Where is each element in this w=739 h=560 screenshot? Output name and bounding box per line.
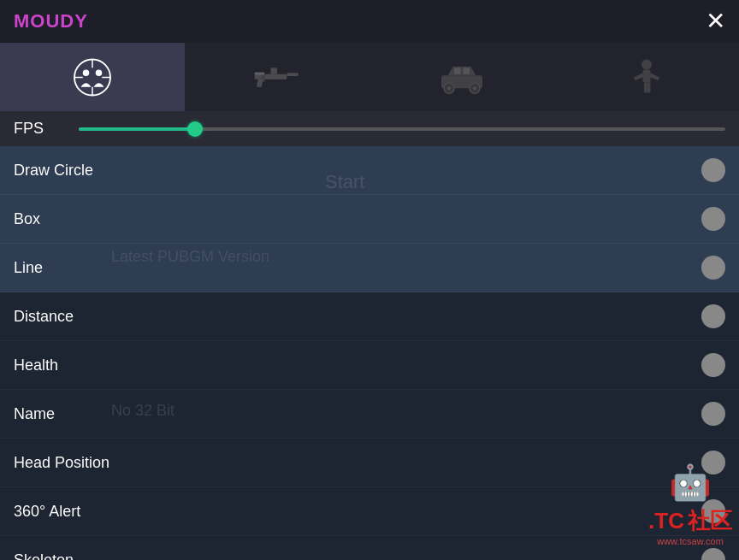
svg-rect-11: [255, 72, 264, 74]
setting-row-360-alert: 360° Alert: [0, 487, 739, 536]
toggle-head-position[interactable]: [701, 451, 725, 475]
tab-more[interactable]: [554, 43, 739, 111]
setting-label-health: Health: [14, 357, 58, 374]
toggle-line[interactable]: [701, 256, 725, 280]
setting-row-box: Box: [0, 195, 739, 244]
setting-label-head-position: Head Position: [14, 454, 109, 472]
fps-label: FPS: [14, 120, 65, 138]
svg-point-5: [83, 69, 90, 76]
fps-row: FPS: [0, 111, 739, 146]
main-panel: MOUDY ✕: [0, 0, 739, 560]
toggle-box[interactable]: [701, 207, 725, 231]
setting-label-box: Box: [14, 210, 40, 228]
svg-rect-13: [454, 68, 461, 74]
setting-label-skeleton: Skeleton: [14, 551, 74, 561]
players-icon: [67, 54, 118, 101]
svg-rect-8: [271, 68, 278, 74]
toggle-skeleton[interactable]: [701, 548, 725, 560]
svg-point-6: [96, 69, 103, 76]
header: MOUDY ✕: [0, 0, 739, 43]
tab-vehicles[interactable]: [370, 43, 554, 111]
tab-players[interactable]: [0, 43, 185, 111]
toggle-health[interactable]: [701, 353, 725, 377]
svg-rect-10: [287, 73, 299, 76]
svg-point-18: [473, 86, 477, 91]
svg-rect-21: [644, 82, 647, 92]
fps-slider-fill: [79, 127, 195, 131]
setting-row-name: Name: [0, 390, 739, 439]
setting-row-distance: Distance: [0, 292, 739, 341]
setting-row-line: Line: [0, 244, 739, 292]
fps-slider[interactable]: [79, 127, 725, 131]
setting-label-draw-circle: Draw Circle: [14, 162, 93, 180]
toggle-name[interactable]: [701, 402, 725, 426]
app-title: MOUDY: [14, 10, 88, 32]
setting-label-360-alert: 360° Alert: [14, 503, 80, 521]
svg-rect-22: [647, 82, 651, 92]
toggle-distance[interactable]: [701, 304, 725, 328]
more-icon: [621, 54, 672, 101]
fps-slider-thumb[interactable]: [187, 121, 203, 137]
svg-rect-20: [643, 69, 651, 82]
vehicles-icon: [436, 54, 488, 101]
setting-row-health: Health: [0, 341, 739, 390]
close-button[interactable]: ✕: [706, 9, 725, 33]
toggle-draw-circle[interactable]: [701, 158, 725, 182]
toggle-360-alert[interactable]: [701, 499, 725, 523]
setting-row-skeleton: Skeleton: [0, 536, 739, 560]
settings-list: Draw CircleBoxLineDistanceHealthNameHead…: [0, 146, 739, 560]
tab-weapons[interactable]: [185, 43, 370, 111]
svg-rect-7: [255, 74, 287, 79]
setting-label-name: Name: [14, 405, 55, 423]
svg-rect-14: [464, 68, 470, 74]
setting-label-distance: Distance: [14, 308, 74, 326]
tab-bar: [0, 43, 739, 111]
svg-point-19: [641, 59, 652, 69]
setting-row-head-position: Head Position: [0, 439, 739, 487]
weapons-icon: [251, 54, 303, 101]
setting-label-line: Line: [14, 259, 43, 277]
svg-point-17: [447, 86, 452, 91]
setting-row-draw-circle: Draw Circle: [0, 146, 739, 195]
